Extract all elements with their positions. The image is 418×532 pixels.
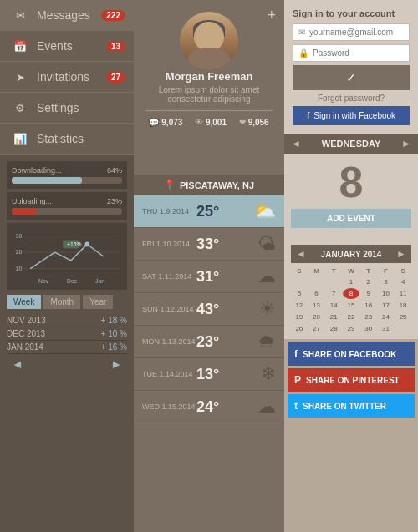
cal-day-9[interactable]: 9 xyxy=(360,288,377,299)
cal-day-30[interactable]: 30 xyxy=(360,323,377,334)
cal-day-16[interactable]: 16 xyxy=(360,300,377,311)
email-field[interactable] xyxy=(309,28,404,37)
settings-label: Settings xyxy=(37,101,79,114)
forgot-password-link[interactable]: Forgot password? xyxy=(293,94,410,103)
download-pct: 64% xyxy=(107,166,122,175)
cal-day-1[interactable]: 1 xyxy=(343,276,359,287)
cal-day-20[interactable]: 20 xyxy=(308,312,325,322)
calendar-day-label: WEDNESDAY xyxy=(322,139,381,149)
stat-value-1: + 10 % xyxy=(101,329,127,338)
cal-day-25[interactable]: 25 xyxy=(395,312,411,322)
cal-day-23[interactable]: 23 xyxy=(360,312,377,322)
messages-icon: ✉ xyxy=(12,9,28,22)
cal-day-7[interactable]: 7 xyxy=(325,288,342,299)
upload-pct: 23% xyxy=(107,197,122,205)
cal-day-28[interactable]: 28 xyxy=(325,323,342,334)
location-icon: 📍 xyxy=(164,180,176,190)
cal-day-26[interactable]: 26 xyxy=(291,323,308,334)
facebook-signin-button[interactable]: f Sign in with Facebook xyxy=(293,106,410,125)
cal-header: M xyxy=(308,266,325,276)
pinterest-share-icon: P xyxy=(294,374,301,386)
cal-day-6[interactable]: 6 xyxy=(308,288,325,299)
sidebar-item-statistics[interactable]: 📊 Statistics xyxy=(0,124,134,155)
day-display: 8 ADD EVENT xyxy=(284,154,418,240)
cal-day-19[interactable]: 19 xyxy=(291,312,308,322)
sidebar-item-messages[interactable]: ✉ Messages222 xyxy=(0,0,134,31)
share-pinterest-button[interactable]: P SHARE ON PINTEREST xyxy=(288,368,415,392)
svg-text:30: 30 xyxy=(16,233,23,239)
weather-row-6: WED 1.15.2014 24° ☁ xyxy=(134,391,284,423)
cal-day-4[interactable]: 4 xyxy=(395,276,411,287)
signin-title: Sign in to your account xyxy=(293,8,410,18)
cal-day-empty xyxy=(308,276,325,287)
sidebar-item-settings[interactable]: ⚙ Settings xyxy=(0,93,134,124)
download-section: Downloading... 64% xyxy=(7,161,127,189)
next-week-arrow[interactable]: ► xyxy=(401,138,411,149)
prev-month-arrow[interactable]: ◄ xyxy=(296,248,306,260)
stat-value-2: + 16 % xyxy=(101,342,127,352)
cal-day-18[interactable]: 18 xyxy=(395,300,411,311)
pstat-icon-0: 💬 xyxy=(149,118,159,127)
cal-day-5[interactable]: 5 xyxy=(291,288,308,299)
cal-day-11[interactable]: 11 xyxy=(395,288,411,299)
cal-day-8[interactable]: 8 xyxy=(343,288,359,299)
share-twitter-button[interactable]: t SHARE ON TWITTER xyxy=(288,394,415,418)
weather-icon-3: ☀ xyxy=(259,298,276,320)
weather-date-3: SUN 1.12.2014 xyxy=(142,305,196,313)
signin-panel: Sign in to your account ✉ 🔒 ✓ Forgot pas… xyxy=(284,0,418,134)
prev-week-arrow[interactable]: ◄ xyxy=(291,138,301,149)
svg-text:Dec: Dec xyxy=(67,278,78,284)
upload-track xyxy=(12,208,122,215)
weather-date-0: THU 1.9.2014 xyxy=(142,207,196,215)
pstat-value-0: 9,073 xyxy=(161,118,182,127)
password-field[interactable] xyxy=(313,48,404,58)
events-label: Events xyxy=(37,39,73,53)
cal-day-12[interactable]: 12 xyxy=(291,300,308,311)
cal-day-22[interactable]: 22 xyxy=(343,312,359,322)
cal-day-21[interactable]: 21 xyxy=(325,312,342,322)
stat-label-1: DEC 2013 xyxy=(7,329,45,338)
next-month-arrow[interactable]: ► xyxy=(396,248,406,260)
weather-row-0: THU 1.9.2014 25° ⛅ xyxy=(134,195,284,228)
cal-header: T xyxy=(360,266,377,276)
profile-description: Lorem ipsum dolor sit amet consectetur a… xyxy=(145,85,273,104)
sidebar-item-events[interactable]: 📅 Events13 xyxy=(0,31,134,62)
stat-row-0: NOV 2013 + 18 % xyxy=(7,314,127,327)
upload-label: Uploading... xyxy=(12,197,52,205)
cal-day-17[interactable]: 17 xyxy=(378,300,395,311)
facebook-share-label: SHARE ON FACEBOOK xyxy=(303,350,396,359)
cal-day-10[interactable]: 10 xyxy=(378,288,395,299)
prev-stats-arrow[interactable]: ◄ xyxy=(12,357,23,371)
cal-day-14[interactable]: 14 xyxy=(325,300,342,311)
stat-rows: NOV 2013 + 18 %DEC 2013 + 10 %JAN 2014 +… xyxy=(7,314,127,354)
next-stats-arrow[interactable]: ► xyxy=(110,357,122,371)
svg-text:10: 10 xyxy=(16,266,23,271)
share-facebook-button[interactable]: f SHARE ON FACEBOOK xyxy=(288,342,415,366)
cal-header: W xyxy=(343,266,359,276)
signin-confirm-button[interactable]: ✓ xyxy=(293,65,410,90)
cal-day-3[interactable]: 3 xyxy=(378,276,395,287)
tab-month[interactable]: Month xyxy=(43,295,80,309)
cal-day-31[interactable]: 31 xyxy=(378,323,395,334)
settings-icon: ⚙ xyxy=(12,102,28,114)
cal-day-15[interactable]: 15 xyxy=(343,300,359,311)
cal-day-27[interactable]: 27 xyxy=(308,323,325,334)
pstat-value-1: 9,001 xyxy=(206,118,227,127)
add-profile-button[interactable]: + xyxy=(267,7,276,24)
weather-row-5: TUE 1.14.2014 13° ❄ xyxy=(134,358,284,391)
sidebar-item-invitations[interactable]: ➤ Invitations27 xyxy=(0,62,134,93)
stat-row-1: DEC 2013 + 10 % xyxy=(7,327,127,341)
download-fill xyxy=(12,177,82,184)
cal-day-13[interactable]: 13 xyxy=(308,300,325,311)
weather-icon-4: 🌧 xyxy=(257,331,276,352)
profile-stats: 💬 9,073👁 9,001❤ 9,056 xyxy=(145,110,273,127)
tab-year[interactable]: Year xyxy=(83,295,113,309)
cal-day-2[interactable]: 2 xyxy=(360,276,377,287)
invitations-label: Invitations xyxy=(37,70,89,84)
cal-day-empty xyxy=(291,276,308,287)
weather-icon-1: 🌤 xyxy=(257,233,276,255)
cal-day-29[interactable]: 29 xyxy=(343,323,359,334)
add-event-button[interactable]: ADD EVENT xyxy=(291,209,411,228)
tab-week[interactable]: Week xyxy=(7,295,41,309)
cal-day-24[interactable]: 24 xyxy=(378,312,395,322)
